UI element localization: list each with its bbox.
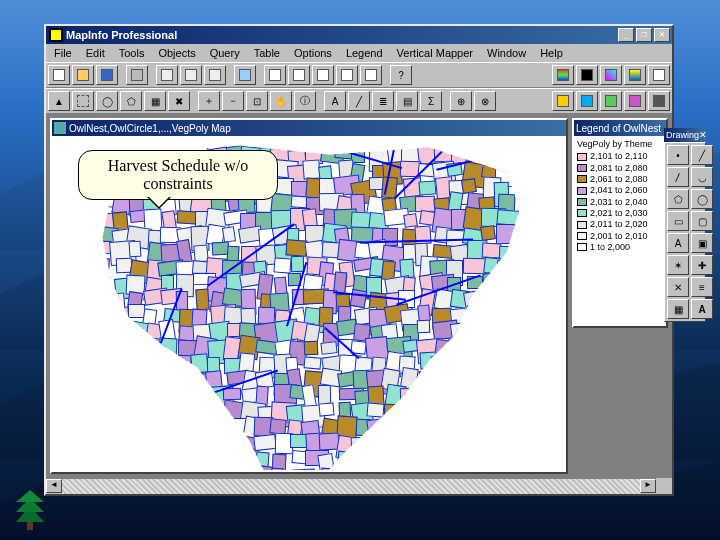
draw-symbol-tool[interactable]: • bbox=[667, 145, 689, 165]
toolbar-tools: ▲ ◯ ⬠ ▦ ✖ ＋ － ⊡ ✋ ⓘ A ╱ ≣ ▤ Σ ⊕ ⊗ bbox=[46, 88, 672, 114]
new-map-button[interactable] bbox=[288, 65, 310, 85]
vm-info-button[interactable] bbox=[648, 65, 670, 85]
menu-query[interactable]: Query bbox=[204, 46, 246, 60]
legend-group-title: VegPoly by Theme bbox=[577, 139, 663, 149]
legend-item: 2,031 to 2,040 bbox=[577, 197, 663, 207]
draw-rect-tool[interactable]: ▭ bbox=[667, 211, 689, 231]
draw-line-tool[interactable]: ╱ bbox=[691, 145, 713, 165]
legend-window-titlebar[interactable]: Legend of OwlNest bbox=[574, 120, 666, 136]
new-browser-button[interactable] bbox=[312, 65, 334, 85]
menu-legend[interactable]: Legend bbox=[340, 46, 389, 60]
minimize-button[interactable]: _ bbox=[618, 28, 634, 42]
legend-item: 2,021 to 2,030 bbox=[577, 208, 663, 218]
legend-label: 2,001 to 2,010 bbox=[590, 231, 648, 241]
toolbar-main: ? bbox=[46, 62, 672, 88]
legend-label: 2,011 to 2,020 bbox=[590, 219, 648, 229]
scroll-track[interactable] bbox=[62, 479, 640, 494]
view-entire-tool[interactable]: ⊡ bbox=[246, 91, 268, 111]
boundary-select-tool[interactable]: ▦ bbox=[144, 91, 166, 111]
app-window: MapInfo Professional _ ❐ ✕ File Edit Too… bbox=[44, 24, 674, 496]
undo-button[interactable] bbox=[234, 65, 256, 85]
legend-item: 2,011 to 2,020 bbox=[577, 219, 663, 229]
legend-item: 1 to 2,000 bbox=[577, 242, 663, 252]
grabber-tool[interactable]: ✋ bbox=[270, 91, 292, 111]
zoom-in-tool[interactable]: ＋ bbox=[198, 91, 220, 111]
vm-analysis-button[interactable] bbox=[624, 65, 646, 85]
legend-swatch bbox=[577, 175, 587, 183]
legend-item: 2,041 to 2,060 bbox=[577, 185, 663, 195]
menu-objects[interactable]: Objects bbox=[152, 46, 201, 60]
menu-options[interactable]: Options bbox=[288, 46, 338, 60]
callout-line1: Harvest Schedule w/o bbox=[89, 157, 267, 175]
menu-window[interactable]: Window bbox=[481, 46, 532, 60]
draw-frame-tool[interactable]: ▣ bbox=[691, 233, 713, 253]
menu-tools[interactable]: Tools bbox=[113, 46, 151, 60]
clear-target-button[interactable]: ⊗ bbox=[474, 91, 496, 111]
ruler-tool[interactable]: ╱ bbox=[348, 91, 370, 111]
new-graph-button[interactable] bbox=[360, 65, 382, 85]
polygon-select-tool[interactable]: ⬠ bbox=[120, 91, 142, 111]
add-node-tool[interactable]: ✚ bbox=[691, 255, 713, 275]
zoom-out-tool[interactable]: － bbox=[222, 91, 244, 111]
new-button[interactable] bbox=[48, 65, 70, 85]
reshape-tool[interactable]: ✶ bbox=[667, 255, 689, 275]
legend-window[interactable]: Legend of OwlNest VegPoly by Theme 2,101… bbox=[572, 118, 668, 328]
legend-label: 2,041 to 2,060 bbox=[590, 185, 648, 195]
map-window[interactable]: OwlNest,OwlCircle1,...,VegPoly Map Harve… bbox=[50, 118, 568, 474]
vm-extra1-button[interactable] bbox=[552, 91, 574, 111]
menu-vertical-mapper[interactable]: Vertical Mapper bbox=[391, 46, 479, 60]
scroll-left-button[interactable]: ◄ bbox=[46, 479, 62, 493]
legend-swatch bbox=[577, 243, 587, 251]
drawing-toolbar-close[interactable]: ✕ bbox=[699, 130, 707, 140]
draw-ellipse-tool[interactable]: ◯ bbox=[691, 189, 713, 209]
vm-extra5-button[interactable] bbox=[648, 91, 670, 111]
vm-extra2-button[interactable] bbox=[576, 91, 598, 111]
draw-polyline-tool[interactable]: 〳 bbox=[667, 167, 689, 187]
menu-help[interactable]: Help bbox=[534, 46, 569, 60]
maximize-button[interactable]: ❐ bbox=[636, 28, 652, 42]
vm-region-button[interactable] bbox=[600, 65, 622, 85]
statistics-button[interactable]: Σ bbox=[420, 91, 442, 111]
set-target-button[interactable]: ⊕ bbox=[450, 91, 472, 111]
print-button[interactable] bbox=[126, 65, 148, 85]
draw-roundrect-tool[interactable]: ▢ bbox=[691, 211, 713, 231]
paste-button[interactable] bbox=[204, 65, 226, 85]
vm-grid-button[interactable] bbox=[552, 65, 574, 85]
vm-contour-button[interactable] bbox=[576, 65, 598, 85]
line-style-button[interactable]: ≡ bbox=[691, 277, 713, 297]
save-button[interactable] bbox=[96, 65, 118, 85]
draw-polygon-tool[interactable]: ⬠ bbox=[667, 189, 689, 209]
info-tool[interactable]: ⓘ bbox=[294, 91, 316, 111]
marquee-select-tool[interactable] bbox=[72, 91, 94, 111]
new-table-button[interactable] bbox=[264, 65, 286, 85]
legend-button[interactable]: ▤ bbox=[396, 91, 418, 111]
drawing-toolbar[interactable]: Drawing ✕ • ╱ 〳 ◡ ⬠ ◯ ▭ ▢ A ▣ ✶ ✚ ✕ ≡ ▦ … bbox=[664, 128, 706, 322]
text-style-button[interactable]: A bbox=[691, 299, 713, 319]
vm-extra3-button[interactable] bbox=[600, 91, 622, 111]
unselect-tool[interactable]: ✖ bbox=[168, 91, 190, 111]
draw-arc-tool[interactable]: ◡ bbox=[691, 167, 713, 187]
new-layout-button[interactable] bbox=[336, 65, 358, 85]
draw-text-tool[interactable]: A bbox=[667, 233, 689, 253]
copy-button[interactable] bbox=[180, 65, 202, 85]
horizontal-scrollbar[interactable]: ◄ ► bbox=[46, 478, 656, 494]
help-button[interactable]: ? bbox=[390, 65, 412, 85]
legend-item: 2,001 to 2,010 bbox=[577, 231, 663, 241]
map-window-titlebar[interactable]: OwlNest,OwlCircle1,...,VegPoly Map bbox=[52, 120, 566, 136]
titlebar[interactable]: MapInfo Professional _ ❐ ✕ bbox=[46, 26, 672, 44]
menu-file[interactable]: File bbox=[48, 46, 78, 60]
cut-button[interactable] bbox=[156, 65, 178, 85]
region-style-button[interactable]: ▦ bbox=[667, 299, 689, 319]
open-button[interactable] bbox=[72, 65, 94, 85]
vm-extra4-button[interactable] bbox=[624, 91, 646, 111]
select-tool[interactable]: ▲ bbox=[48, 91, 70, 111]
radius-select-tool[interactable]: ◯ bbox=[96, 91, 118, 111]
map-canvas[interactable]: Harvest Schedule w/o constraints bbox=[54, 138, 564, 470]
label-tool[interactable]: A bbox=[324, 91, 346, 111]
menu-edit[interactable]: Edit bbox=[80, 46, 111, 60]
close-button[interactable]: ✕ bbox=[654, 28, 670, 42]
scroll-right-button[interactable]: ► bbox=[640, 479, 656, 493]
menu-table[interactable]: Table bbox=[248, 46, 286, 60]
layers-button[interactable]: ≣ bbox=[372, 91, 394, 111]
symbol-style-button[interactable]: ✕ bbox=[667, 277, 689, 297]
